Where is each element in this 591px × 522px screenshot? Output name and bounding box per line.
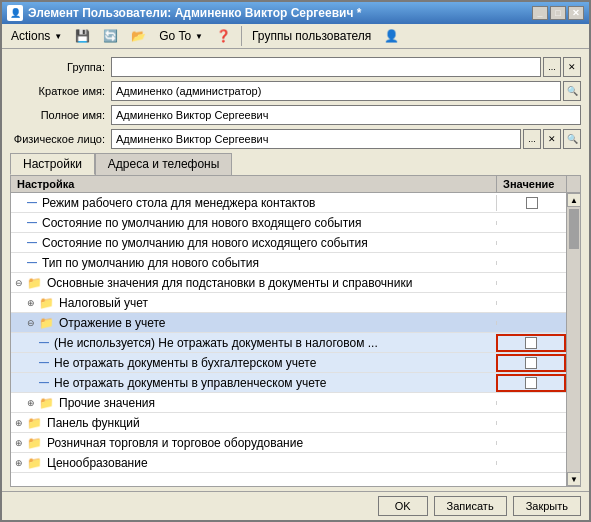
user-icon-button[interactable]: 👤	[379, 26, 404, 46]
table-row: ⊕ 📁 Розничная торговля и торговое оборуд…	[11, 433, 566, 453]
physical-clear-button[interactable]: ✕	[543, 129, 561, 149]
setting-name: — (Не используется) Не отражать документ…	[11, 334, 496, 352]
dash-icon: —	[27, 197, 37, 208]
tab-contacts[interactable]: Адреса и телефоны	[95, 153, 233, 175]
table-row: — Состояние по умолчанию для нового вход…	[11, 213, 566, 233]
tab-content: Настройка Значение — Режим рабочего стол…	[10, 175, 581, 487]
maximize-button[interactable]: □	[550, 6, 566, 20]
setting-value	[496, 461, 566, 465]
physical-input-wrap: ... ✕ 🔍	[111, 129, 581, 149]
setting-checkbox[interactable]	[525, 337, 537, 349]
setting-name: ⊕ 📁 Панель функций	[11, 414, 496, 432]
actions-arrow-icon: ▼	[54, 32, 62, 41]
setting-name: — Тип по умолчанию для нового события	[11, 254, 496, 272]
setting-name: — Не отражать документы в управленческом…	[11, 374, 496, 392]
group-input[interactable]	[111, 57, 541, 77]
collapse-icon[interactable]: ⊖	[15, 278, 23, 288]
dash-icon: —	[39, 377, 49, 388]
short-name-input-wrap: 🔍	[111, 81, 581, 101]
open-toolbar-button[interactable]: 📂	[126, 26, 151, 46]
help-icon: ❓	[216, 29, 231, 43]
full-name-input[interactable]	[111, 105, 581, 125]
setting-value	[496, 281, 566, 285]
table-row: ⊕ 📁 Прочие значения	[11, 393, 566, 413]
table-row: — Режим рабочего стола для менеджера кон…	[11, 193, 566, 213]
setting-checkbox[interactable]	[525, 377, 537, 389]
table-body-area: — Режим рабочего стола для менеджера кон…	[11, 193, 580, 486]
collapse-icon[interactable]: ⊖	[27, 318, 35, 328]
setting-value-highlighted	[496, 334, 566, 352]
scrollbar[interactable]: ▲ ▼	[566, 193, 580, 486]
expand-icon[interactable]: ⊕	[27, 298, 35, 308]
setting-name: ⊕ 📁 Налоговый учет	[11, 294, 496, 312]
folder-icon: 📁	[39, 396, 54, 410]
setting-value-highlighted	[496, 374, 566, 392]
expand-icon[interactable]: ⊕	[27, 398, 35, 408]
folder-icon: 📁	[27, 436, 42, 450]
setting-checkbox[interactable]	[526, 197, 538, 209]
groups-button[interactable]: Группы пользователя	[247, 26, 376, 46]
table-row: — Состояние по умолчанию для нового исхо…	[11, 233, 566, 253]
group-browse-button[interactable]: ...	[543, 57, 561, 77]
titlebar: 👤 Элемент Пользователи: Админенко Виктор…	[2, 2, 589, 24]
setting-value	[496, 441, 566, 445]
titlebar-left: 👤 Элемент Пользователи: Админенко Виктор…	[7, 5, 361, 21]
setting-checkbox[interactable]	[525, 357, 537, 369]
dash-icon: —	[27, 217, 37, 228]
full-name-label: Полное имя:	[10, 109, 105, 121]
window-icon: 👤	[7, 5, 23, 21]
actions-label: Actions	[11, 29, 50, 43]
table-header: Настройка Значение	[11, 176, 580, 193]
groups-label: Группы пользователя	[252, 29, 371, 43]
scrollbar-thumb[interactable]	[569, 209, 579, 249]
goto-dropdown[interactable]: Go To ▼	[154, 26, 208, 46]
scrollbar-up-button[interactable]: ▲	[567, 193, 580, 207]
table-row-selected: ⊖ 📁 Отражение в учете	[11, 313, 566, 333]
group-clear-button[interactable]: ✕	[563, 57, 581, 77]
save-toolbar-button[interactable]: 💾	[70, 26, 95, 46]
save-icon: 💾	[75, 29, 90, 43]
dash-icon: —	[27, 257, 37, 268]
group-row: Группа: ... ✕	[10, 57, 581, 77]
dash-icon: —	[39, 357, 49, 368]
short-name-search-button[interactable]: 🔍	[563, 81, 581, 101]
physical-input[interactable]	[111, 129, 521, 149]
setting-value	[496, 301, 566, 305]
minimize-button[interactable]: _	[532, 6, 548, 20]
setting-name: — Состояние по умолчанию для нового вход…	[11, 214, 496, 232]
folder-icon: 📁	[39, 316, 54, 330]
col-setting-header: Настройка	[11, 176, 496, 192]
close-button[interactable]: Закрыть	[513, 496, 581, 516]
save-button[interactable]: Записать	[434, 496, 507, 516]
tab-settings[interactable]: Настройки	[10, 153, 95, 175]
short-name-label: Краткое имя:	[10, 85, 105, 97]
folder-icon: 📁	[27, 456, 42, 470]
physical-browse-button[interactable]: ...	[523, 129, 541, 149]
user-icon: 👤	[384, 29, 399, 43]
close-button[interactable]: ✕	[568, 6, 584, 20]
setting-value-highlighted	[496, 354, 566, 372]
tabs-area: Настройки Адреса и телефоны	[10, 153, 581, 175]
help-button[interactable]: ❓	[211, 26, 236, 46]
setting-value	[496, 401, 566, 405]
setting-value	[496, 321, 566, 325]
ok-button[interactable]: OK	[378, 496, 428, 516]
expand-icon[interactable]: ⊕	[15, 438, 23, 448]
open-icon: 📂	[131, 29, 146, 43]
expand-icon[interactable]: ⊕	[15, 418, 23, 428]
setting-name: ⊕ 📁 Ценообразование	[11, 454, 496, 472]
full-name-input-wrap	[111, 105, 581, 125]
scrollbar-down-button[interactable]: ▼	[567, 472, 580, 486]
expand-icon[interactable]: ⊕	[15, 458, 23, 468]
physical-search-button[interactable]: 🔍	[563, 129, 581, 149]
setting-name: ⊖ 📁 Основные значения для подстановки в …	[11, 274, 496, 292]
short-name-input[interactable]	[111, 81, 561, 101]
actions-dropdown[interactable]: Actions ▼	[6, 26, 67, 46]
reload-toolbar-button[interactable]: 🔄	[98, 26, 123, 46]
folder-icon: 📁	[27, 276, 42, 290]
window-title: Элемент Пользователи: Админенко Виктор С…	[28, 6, 361, 20]
setting-value	[496, 261, 566, 265]
folder-icon: 📁	[27, 416, 42, 430]
table-row: — Не отражать документы в бухгалтерском …	[11, 353, 566, 373]
tabs: Настройки Адреса и телефоны	[10, 153, 581, 175]
